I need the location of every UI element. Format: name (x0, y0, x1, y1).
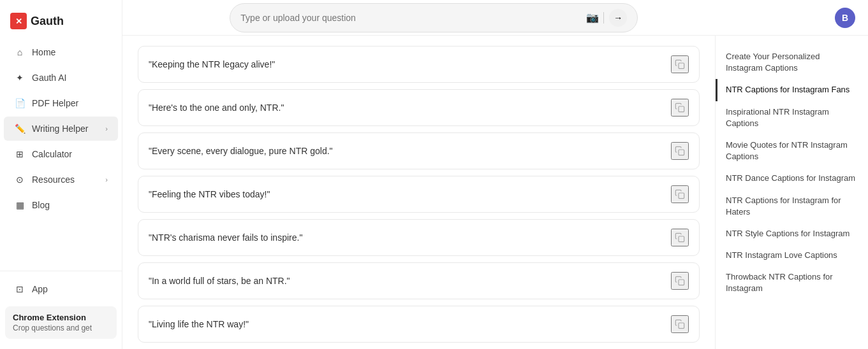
caption-text: "Feeling the NTR vibes today!" (149, 189, 270, 199)
topbar: 📷 → B (122, 0, 868, 36)
caption-card-2: "Every scene, every dialogue, pure NTR g… (138, 132, 700, 169)
logo-icon: ✕ (10, 13, 27, 29)
middle-content: "Keeping the NTR legacy alive!" "Here's … (122, 36, 715, 349)
calculator-icon: ⊞ (14, 148, 26, 160)
pdf-icon: 📄 (14, 97, 26, 109)
main-wrapper: 📷 → B "Keeping the NTR legacy alive!" "H… (122, 0, 868, 349)
copy-button-4[interactable] (671, 229, 689, 246)
sidebar-item-writing-helper[interactable]: ✏️ Writing Helper › (4, 117, 118, 141)
sidebar-item-gauth-ai[interactable]: ✦ Gauth AI (4, 66, 118, 90)
chrome-ext-desc: Crop questions and get (13, 324, 109, 332)
right-panel-item-love-captions[interactable]: NTR Instagram Love Captions (716, 245, 868, 266)
svg-rect-3 (679, 193, 684, 199)
right-panel-item-movie-quotes[interactable]: Movie Quotes for NTR Instagram Captions (716, 134, 868, 167)
caption-text: "Keeping the NTR legacy alive!" (149, 59, 275, 69)
caption-card-6: "Living life the NTR way!" (138, 306, 700, 343)
caption-text: "NTR's charisma never fails to inspire." (149, 232, 302, 243)
logo-area[interactable]: ✕ Gauth (0, 5, 122, 37)
sidebar-item-resources[interactable]: ⊙ Resources › (4, 167, 118, 192)
search-bar: 📷 → (230, 3, 638, 32)
sidebar-item-label: Home (32, 47, 55, 57)
caption-card-5: "In a world full of stars, be an NTR." (138, 262, 700, 299)
sidebar-item-pdf-helper[interactable]: 📄 PDF Helper (4, 91, 118, 115)
avatar[interactable]: B (835, 8, 855, 28)
sidebar-item-label: Blog (32, 200, 50, 210)
chevron-right-icon-resources: › (105, 176, 108, 183)
caption-card-1: "Here's to the one and only, NTR." (138, 89, 700, 126)
sidebar-item-label: Calculator (32, 149, 72, 159)
copy-button-1[interactable] (671, 99, 689, 117)
blog-icon: ▦ (14, 199, 26, 211)
writing-icon: ✏️ (14, 123, 26, 134)
chrome-ext-title: Chrome Extension (13, 313, 109, 322)
right-panel-item-dance-captions[interactable]: NTR Dance Captions for Instagram (716, 167, 868, 189)
svg-rect-4 (679, 236, 684, 242)
caption-card-3: "Feeling the NTR vibes today!" (138, 176, 700, 213)
sidebar-item-label: PDF Helper (32, 98, 78, 108)
copy-button-6[interactable] (671, 315, 689, 333)
copy-button-2[interactable] (671, 142, 689, 160)
search-input[interactable] (240, 13, 582, 23)
sidebar-bottom: ⊡ App Chrome Extension Crop questions an… (0, 271, 122, 344)
right-panel-item-inspirational-ntr[interactable]: Inspirational NTR Instagram Captions (716, 101, 868, 134)
resources-icon: ⊙ (14, 174, 26, 185)
search-divider (603, 12, 604, 24)
home-icon: ⌂ (14, 46, 26, 58)
sidebar: ✕ Gauth ⌂ Home ✦ Gauth AI 📄 PDF Helper ✏… (0, 0, 122, 349)
right-panel-item-captions-haters[interactable]: NTR Captions for Instagram for Haters (716, 190, 868, 223)
copy-button-3[interactable] (671, 185, 689, 203)
chrome-extension-block: Chrome Extension Crop questions and get (5, 306, 117, 339)
svg-rect-5 (679, 280, 684, 285)
caption-text: "Every scene, every dialogue, pure NTR g… (149, 146, 333, 156)
right-panel-item-create-personalized[interactable]: Create Your Personalized Instagram Capti… (716, 46, 868, 79)
sidebar-item-label: Resources (32, 174, 75, 185)
svg-rect-1 (679, 106, 684, 112)
copy-button-0[interactable] (671, 55, 689, 73)
camera-icon[interactable]: 📷 (587, 12, 598, 24)
chevron-right-icon: › (105, 125, 108, 132)
caption-text: "In a world full of stars, be an NTR." (149, 276, 290, 286)
svg-rect-2 (679, 150, 684, 155)
sidebar-item-calculator[interactable]: ⊞ Calculator (4, 142, 118, 166)
search-submit-button[interactable]: → (609, 9, 627, 27)
right-panel-item-throwback-captions[interactable]: Throwback NTR Captions for Instagram (716, 266, 868, 299)
content-area: "Keeping the NTR legacy alive!" "Here's … (122, 36, 868, 349)
copy-button-5[interactable] (671, 272, 689, 290)
right-panel-item-style-captions[interactable]: NTR Style Captions for Instagram (716, 223, 868, 245)
caption-card-4: "NTR's charisma never fails to inspire." (138, 219, 700, 256)
sidebar-item-home[interactable]: ⌂ Home (4, 40, 118, 64)
ai-icon: ✦ (14, 72, 26, 83)
caption-text: "Here's to the one and only, NTR." (149, 103, 284, 113)
right-panel: Create Your Personalized Instagram Capti… (715, 36, 868, 349)
caption-text: "Living life the NTR way!" (149, 319, 249, 329)
right-panel-item-ntr-fans[interactable]: NTR Captions for Instagram Fans (716, 79, 868, 101)
svg-rect-0 (679, 63, 684, 69)
sidebar-item-label: Gauth AI (32, 73, 66, 83)
app-icon: ⊡ (14, 283, 26, 295)
logo-text: Gauth (31, 15, 64, 28)
sidebar-item-app[interactable]: ⊡ App (4, 277, 118, 301)
sidebar-item-label: Writing Helper (32, 124, 88, 134)
svg-rect-6 (679, 323, 684, 329)
caption-card-0: "Keeping the NTR legacy alive!" (138, 46, 700, 83)
sidebar-item-label: App (32, 284, 48, 294)
sidebar-item-blog[interactable]: ▦ Blog (4, 193, 118, 217)
arrow-right-icon: → (614, 13, 622, 23)
